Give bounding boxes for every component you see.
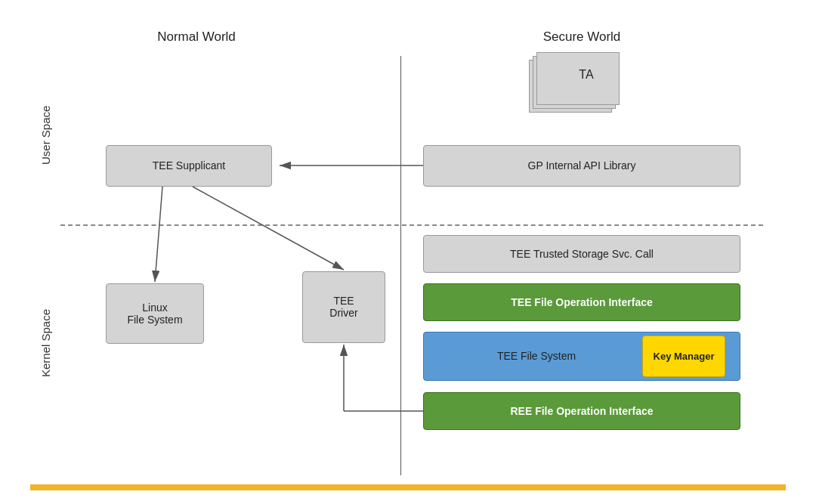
svg-line-3 [193,187,344,270]
tee-trusted-storage-box: TEE Trusted Storage Svc. Call [423,235,740,273]
gp-internal-api-box: GP Internal API Library [423,145,740,187]
tee-file-op-interface-box: TEE File Operation Interface [423,283,740,321]
svg-line-4 [155,187,162,282]
tee-driver-box: TEE Driver [302,271,385,343]
linux-file-system-box: Linux File System [106,283,204,344]
ta-page-front: TA [536,52,620,105]
normal-world-header: Normal World [91,29,302,45]
ta-label: TA [545,68,628,82]
kernel-space-label: Kernel Space [39,233,52,453]
vertical-divider [400,56,401,475]
bottom-bar [30,484,786,490]
tee-supplicant-box: TEE Supplicant [106,145,272,187]
user-space-label: User Space [39,75,52,196]
diagram-container: Normal World Secure World User Space Ker… [30,14,786,490]
key-manager-box: Key Manager [642,335,725,377]
ree-file-op-interface-box: REE File Operation Interface [423,392,740,430]
horizontal-divider [60,224,763,226]
secure-world-header: Secure World [431,29,733,45]
